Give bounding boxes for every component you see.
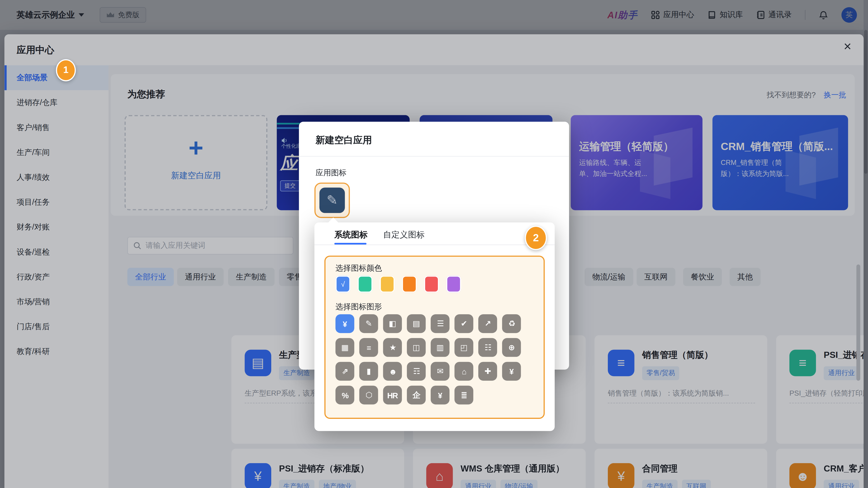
icon-picker-popup: 系统图标 自定义图标 选择图标颜色 √ 选择图标图形 ¥✎◧▤☰✔↗♻▦≡★◫▥… — [314, 222, 555, 431]
tab-system-icons[interactable]: 系统图标 — [334, 230, 368, 240]
screen: 英雄云示例企业 免费版 AI助手 应用中心 知识库 通讯录 英 — [0, 0, 868, 488]
shape-picker-label: 选择图标图形 — [336, 302, 382, 312]
shape-tile[interactable]: ↗ — [478, 314, 497, 333]
shape-tile[interactable]: ▮ — [359, 362, 378, 381]
shape-tile[interactable]: ✔ — [455, 314, 473, 333]
shape-tile[interactable]: ▥ — [431, 338, 450, 357]
shape-tile[interactable]: ⬡ — [359, 386, 378, 404]
shape-tile[interactable]: ¥ — [431, 386, 450, 404]
color-swatch[interactable] — [424, 275, 439, 293]
shape-tile[interactable]: ☰ — [431, 314, 450, 333]
shape-tile[interactable]: % — [336, 386, 354, 404]
color-swatch[interactable] — [446, 275, 461, 293]
shape-tile[interactable]: ≡ — [359, 338, 378, 357]
shape-tile[interactable]: ◧ — [383, 314, 402, 333]
shape-tile[interactable]: ♻ — [502, 314, 521, 333]
shape-tile[interactable]: ▤ — [407, 314, 426, 333]
shape-tile[interactable]: HR — [383, 386, 402, 404]
shape-tile[interactable]: ▦ — [336, 338, 354, 357]
shape-tile[interactable]: ⊕ — [502, 338, 521, 357]
shape-tile[interactable]: ✚ — [478, 362, 497, 381]
color-swatch[interactable] — [402, 275, 417, 293]
shape-tile[interactable]: 企 — [407, 386, 426, 404]
shape-tile[interactable]: ⇗ — [336, 362, 354, 381]
selected-app-icon[interactable]: ✎ — [314, 183, 350, 218]
tab-custom-icons[interactable]: 自定义图标 — [383, 230, 425, 240]
active-tab-underline — [334, 243, 366, 245]
app-icon-label: 应用图标 — [315, 168, 346, 178]
shape-tile[interactable]: ≣ — [455, 386, 473, 404]
annotation-badge-1: 1 — [56, 59, 76, 81]
shape-grid: ¥✎◧▤☰✔↗♻▦≡★◫▥◰☷⊕⇗▮☻☶✉⌂✚¥%⬡HR企¥≣ — [336, 314, 529, 404]
shape-tile[interactable]: ★ — [383, 338, 402, 357]
shape-tile[interactable]: ¥ — [336, 314, 354, 333]
shape-tile[interactable]: ✎ — [359, 314, 378, 333]
divider — [314, 245, 555, 245]
annotation-badge-2: 2 — [525, 226, 547, 250]
shape-tile[interactable]: ¥ — [502, 362, 521, 381]
color-swatches: √ — [336, 275, 461, 293]
shape-tile[interactable]: ◫ — [407, 338, 426, 357]
popup-caret — [328, 217, 339, 223]
pencil-icon: ✎ — [319, 188, 345, 213]
color-swatch[interactable] — [380, 275, 395, 293]
shape-tile[interactable]: ✉ — [431, 362, 450, 381]
shape-tile[interactable]: ⌂ — [455, 362, 473, 381]
color-swatch[interactable] — [358, 275, 373, 293]
color-swatch[interactable]: √ — [336, 275, 350, 293]
system-icons-panel: 选择图标颜色 √ 选择图标图形 ¥✎◧▤☰✔↗♻▦≡★◫▥◰☷⊕⇗▮☻☶✉⌂✚¥… — [324, 256, 545, 419]
color-picker-label: 选择图标颜色 — [336, 263, 382, 273]
dialog-title: 新建空白应用 — [315, 134, 372, 147]
divider — [299, 156, 569, 157]
shape-tile[interactable]: ◰ — [455, 338, 473, 357]
shape-tile[interactable]: ☻ — [383, 362, 402, 381]
shape-tile[interactable]: ☷ — [478, 338, 497, 357]
shape-tile[interactable]: ☶ — [407, 362, 426, 381]
